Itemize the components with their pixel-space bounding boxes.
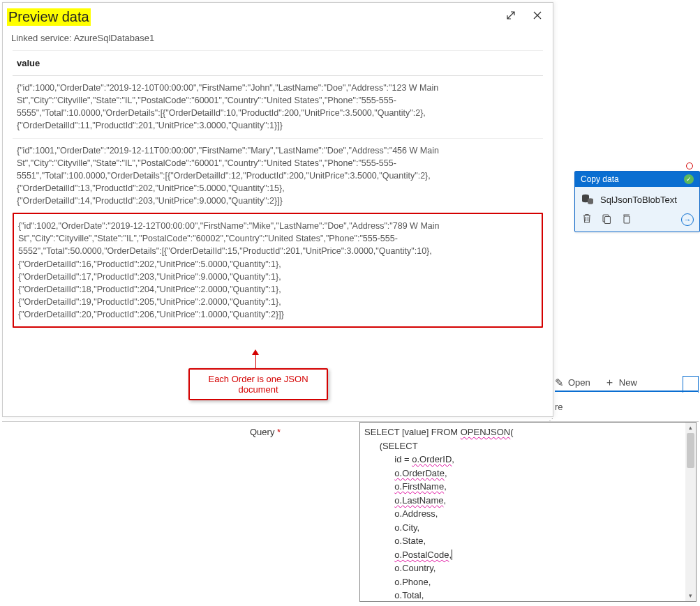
copy-icon[interactable]: [602, 213, 611, 226]
table-row[interactable]: {"id":1002,"OrderDate":"2019-12-12T00:00…: [13, 213, 543, 328]
column-header-value[interactable]: value: [13, 50, 543, 76]
open-button[interactable]: ✎ Open: [555, 377, 590, 389]
add-output-icon[interactable]: →: [681, 213, 694, 226]
svg-rect-4: [624, 216, 630, 223]
svg-rect-3: [605, 217, 611, 224]
table-row[interactable]: {"id":1000,"OrderDate":"2019-12-10T00:00…: [13, 76, 543, 139]
new-button[interactable]: ＋ New: [604, 376, 637, 389]
card-header-label: Copy data: [581, 174, 619, 184]
scroll-down-icon[interactable]: ▾: [685, 591, 696, 601]
pencil-icon: ✎: [555, 377, 564, 389]
validation-error-icon: [686, 162, 693, 169]
scrollbar[interactable]: ▴ ▾: [685, 423, 696, 601]
query-label: Query *: [250, 427, 281, 437]
close-icon[interactable]: [532, 10, 543, 24]
copy-data-activity[interactable]: Copy data ✓ SqlJsonToBlobText →: [574, 171, 700, 232]
callout-box: Each Order is one JSON document: [188, 368, 328, 400]
clone-icon[interactable]: [621, 213, 631, 226]
plus-icon: ＋: [604, 376, 615, 389]
scroll-up-icon[interactable]: ▴: [685, 423, 696, 433]
sink-toolbar: ✎ Open ＋ New: [555, 376, 637, 389]
linked-service-line: Linked service: AzureSqlDatabase1: [3, 29, 553, 50]
table-row[interactable]: {"id":1001,"OrderDate":"2019-12-11T00:00…: [13, 139, 543, 214]
scroll-thumb[interactable]: [687, 433, 694, 468]
tab-selected-edge: [683, 376, 699, 393]
tab-underline: [555, 391, 698, 392]
delete-icon[interactable]: [582, 213, 592, 226]
success-icon: ✓: [684, 174, 694, 184]
truncated-label: re: [555, 402, 563, 412]
callout-arrowhead: [252, 349, 259, 355]
query-textarea[interactable]: SELECT [value] FROM OPENJSON( (SELECT id…: [359, 422, 697, 602]
panel-title: Preview data: [7, 8, 91, 26]
preview-data-panel: Preview data Linked service: AzureSqlDat…: [2, 2, 553, 417]
expand-icon[interactable]: [505, 10, 516, 24]
database-icon: [581, 192, 595, 206]
activity-name: SqlJsonToBlobText: [600, 195, 677, 205]
